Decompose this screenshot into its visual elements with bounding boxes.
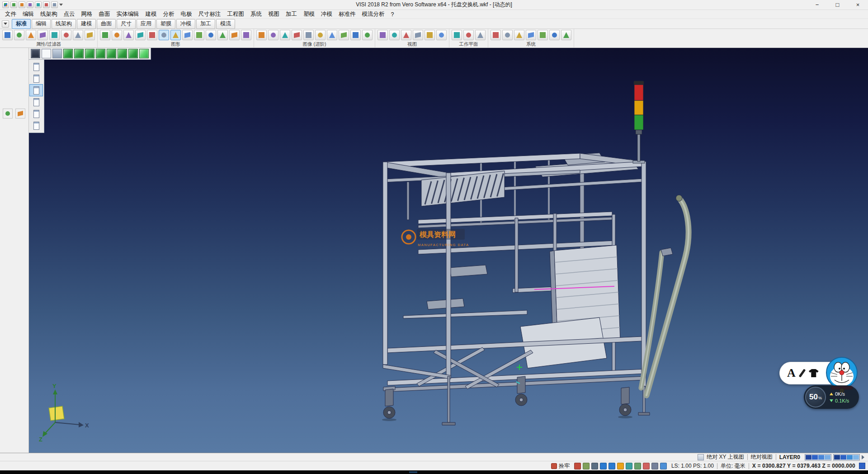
fit-view-icon[interactable] — [698, 454, 704, 460]
board-new-icon[interactable] — [112, 30, 122, 40]
texture-view-icon[interactable] — [303, 30, 314, 40]
active-layer[interactable]: LAYER0 — [779, 454, 800, 460]
menu-item-系统[interactable]: 系统 — [247, 10, 265, 19]
board-group-icon[interactable] — [194, 30, 204, 40]
layer-color-bars[interactable] — [805, 454, 860, 460]
menu-item-曲面[interactable]: 曲面 — [96, 10, 113, 19]
menu-item-点云[interactable]: 点云 — [61, 10, 78, 19]
layer-filter-icon[interactable] — [38, 30, 48, 40]
tab-标准[interactable]: 标准 — [12, 19, 31, 29]
workplane-xy-icon[interactable] — [452, 30, 462, 40]
bottom-view-cube-icon[interactable] — [128, 49, 138, 58]
board-paste-icon[interactable] — [159, 30, 169, 40]
menu-item-视图[interactable]: 视图 — [265, 10, 283, 19]
menu-item-电极[interactable]: 电极 — [178, 10, 195, 19]
table-icon[interactable] — [538, 30, 548, 40]
shaded-view-icon[interactable] — [256, 30, 267, 40]
board-save-icon[interactable] — [135, 30, 146, 40]
units-readout[interactable]: 单位: 毫米 — [721, 462, 745, 470]
section-view-icon[interactable] — [315, 30, 326, 40]
status-expand-icon[interactable] — [862, 455, 864, 460]
left-view-cube-icon[interactable] — [107, 49, 116, 58]
workplane-align-icon[interactable] — [463, 30, 474, 40]
monitor-icon[interactable] — [626, 463, 632, 469]
menu-item-线架构[interactable]: 线架构 — [37, 10, 61, 19]
minimize-button[interactable]: − — [807, 0, 827, 9]
tab-尺寸[interactable]: 尺寸 — [117, 19, 136, 29]
board-list-icon[interactable] — [182, 30, 193, 40]
lock-red-icon[interactable] — [574, 463, 581, 469]
machine-model[interactable] — [382, 81, 689, 425]
board-open-icon[interactable] — [123, 30, 134, 40]
refresh-icon[interactable] — [600, 463, 607, 469]
wireframe-view-icon[interactable] — [268, 30, 278, 40]
menu-item-塑模[interactable]: 塑模 — [300, 10, 318, 19]
back-view-cube-icon[interactable] — [118, 49, 127, 58]
menu-item-实体编辑[interactable]: 实体编辑 — [113, 10, 142, 19]
layers-icon[interactable] — [3, 109, 13, 118]
help-icon[interactable] — [609, 463, 615, 469]
world-icon[interactable] — [526, 30, 536, 40]
speed-box[interactable]: 50 % 0K/s 0.1K/s — [804, 385, 859, 409]
tab-加工[interactable]: 加工 — [196, 19, 215, 29]
color-palette-icon[interactable] — [491, 30, 501, 40]
lock-label[interactable]: 拴牢 — [559, 462, 570, 470]
color-wheel-icon[interactable] — [26, 30, 36, 40]
plot-icon[interactable] — [43, 1, 50, 8]
board-search-icon[interactable] — [241, 30, 251, 40]
workplane-3d-icon[interactable] — [475, 30, 486, 40]
display-style-5-icon[interactable] — [30, 108, 42, 119]
align-view-icon[interactable] — [401, 30, 411, 40]
board-copy-icon[interactable] — [147, 30, 157, 40]
filter-settings-icon[interactable] — [85, 30, 95, 40]
board-info-icon[interactable] — [229, 30, 240, 40]
open-document-icon[interactable] — [19, 1, 25, 8]
menu-item-文件[interactable]: 文件 — [2, 10, 19, 19]
menu-item-分析[interactable]: 分析 — [160, 10, 178, 19]
display-style-6-icon[interactable] — [30, 120, 42, 131]
fan-view-icon[interactable] — [389, 30, 400, 40]
view-manager-icon[interactable] — [436, 30, 447, 40]
info-icon[interactable] — [617, 463, 624, 469]
gear-icon[interactable] — [651, 463, 658, 469]
measure-view-icon[interactable] — [413, 30, 423, 40]
workplane-icon[interactable] — [15, 109, 25, 118]
booster-overlay[interactable]: A 50 % 0K/s 0.1K/s — [779, 356, 861, 412]
display-style-4-icon[interactable] — [30, 96, 42, 108]
edit-properties-icon[interactable] — [2, 30, 13, 40]
axonometric-view-cube-icon[interactable] — [139, 49, 149, 58]
close-button[interactable]: × — [848, 0, 868, 9]
calculator-icon[interactable] — [561, 30, 571, 40]
scale-readout[interactable]: LS: 1.00 PS: 1.00 — [671, 463, 714, 469]
white-window-icon[interactable] — [42, 49, 51, 58]
system-display-icon[interactable] — [502, 30, 513, 40]
view-reference[interactable]: 绝对视图 — [751, 453, 773, 461]
hidden-line-icon[interactable] — [280, 30, 290, 40]
menu-item-网格[interactable]: 网格 — [78, 10, 96, 19]
viewport-3d[interactable]: 模具资料网 MANUFACTURING DATA Y X Z — [29, 48, 868, 453]
board-ungroup-icon[interactable] — [206, 30, 216, 40]
board-grid-icon[interactable] — [170, 30, 181, 40]
new-document-icon[interactable] — [10, 1, 17, 8]
speed-dial[interactable]: 50 % — [805, 387, 826, 408]
menu-item-模流分析[interactable]: 模流分析 — [359, 10, 388, 19]
iso-view-cube-icon[interactable] — [63, 49, 73, 58]
tab-应用[interactable]: 应用 — [137, 19, 156, 29]
target-icon[interactable] — [643, 463, 650, 469]
filter-icon[interactable] — [14, 30, 24, 40]
copy-attributes-icon[interactable] — [49, 30, 60, 40]
save-state-icon[interactable] — [583, 463, 590, 469]
menu-item-编辑[interactable]: 编辑 — [19, 10, 37, 19]
undo-icon[interactable] — [51, 1, 58, 8]
tab-塑膜[interactable]: 塑膜 — [156, 19, 175, 29]
dynamic-rotate-icon[interactable] — [377, 30, 388, 40]
axis-view-icon[interactable] — [425, 30, 435, 40]
paint-brush-icon[interactable] — [61, 30, 71, 40]
grid-settings-icon[interactable] — [514, 30, 524, 40]
app-logo-icon[interactable] — [2, 1, 9, 8]
save-icon[interactable] — [27, 1, 33, 8]
tab-冲模[interactable]: 冲模 — [176, 19, 195, 29]
display-style-2-icon[interactable] — [30, 73, 42, 84]
render-mode-icon[interactable] — [292, 30, 302, 40]
background-icon[interactable] — [350, 30, 361, 40]
